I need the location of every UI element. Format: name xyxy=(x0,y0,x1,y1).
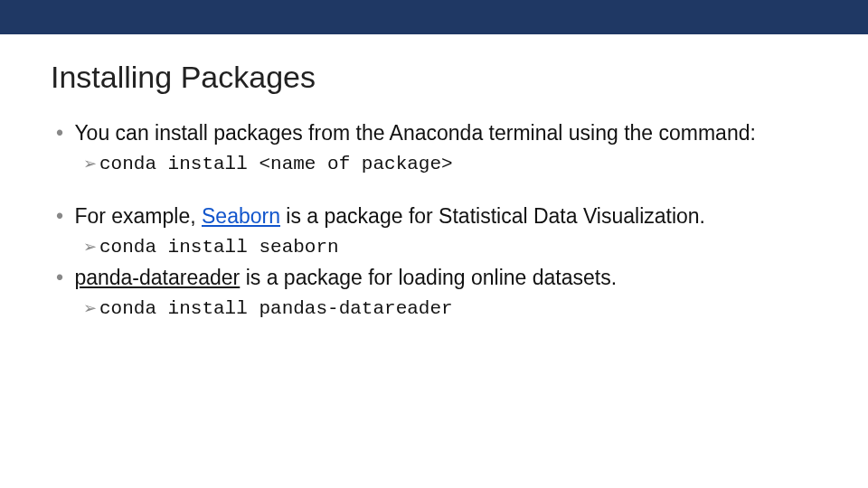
bullet-dot-icon: • xyxy=(56,265,69,291)
bullet-dot-icon: • xyxy=(56,120,69,146)
chevron-right-icon: ➢ xyxy=(83,298,99,319)
bullet-item: • You can install packages from the Anac… xyxy=(56,120,817,146)
code-text: conda install seaborn xyxy=(99,237,339,258)
sub-bullet: ➢conda install seaborn xyxy=(83,233,817,259)
bullet-text: panda-datareader is a package for loadin… xyxy=(74,265,797,291)
top-accent-bar xyxy=(0,0,868,34)
code-text: conda install pandas-datareader xyxy=(99,298,453,319)
bullet-dot-icon: • xyxy=(56,203,69,230)
code-text: conda install <name of package> xyxy=(99,154,453,174)
link-seaborn[interactable]: Seaborn xyxy=(202,204,280,228)
chevron-right-icon: ➢ xyxy=(83,237,99,258)
text-segment: is a package for Statistical Data Visual… xyxy=(280,204,705,228)
text-segment: is a package for loading online datasets… xyxy=(240,266,617,289)
bullet-item: • For example, Seaborn is a package for … xyxy=(56,203,817,230)
sub-bullet: ➢conda install pandas-datareader xyxy=(83,295,817,321)
chevron-right-icon: ➢ xyxy=(83,154,99,174)
sub-bullet: ➢conda install <name of package> xyxy=(83,150,817,176)
bullet-text: You can install packages from the Anacon… xyxy=(74,120,797,146)
bullet-item: • panda-datareader is a package for load… xyxy=(56,265,817,291)
slide-title: Installing Packages xyxy=(51,60,817,95)
bullet-text: For example, Seaborn is a package for St… xyxy=(74,203,797,230)
link-panda-datareader[interactable]: panda-datareader xyxy=(74,266,240,289)
slide-body: Installing Packages • You can install pa… xyxy=(0,34,868,321)
text-segment: For example, xyxy=(74,204,202,228)
